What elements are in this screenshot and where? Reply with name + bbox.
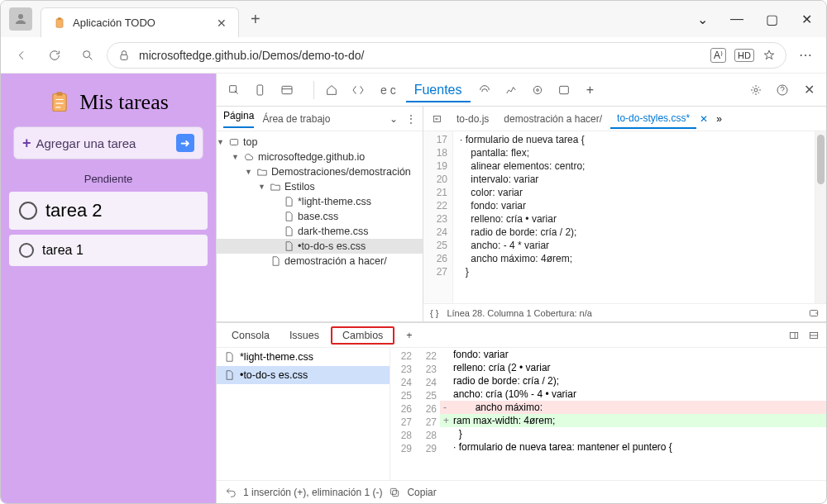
refresh-button[interactable] xyxy=(41,41,69,69)
svg-rect-15 xyxy=(230,140,237,145)
application-icon[interactable] xyxy=(552,78,576,102)
close-window-button[interactable]: ✕ xyxy=(790,7,823,31)
copy-label[interactable]: Copiar xyxy=(407,487,436,498)
task-item[interactable]: tarea 2 xyxy=(9,192,208,230)
editor-status: { } Línea 28. Columna 1 Cobertura: n/a xyxy=(423,303,826,321)
svg-rect-4 xyxy=(121,55,127,59)
tab-issues[interactable]: Issues xyxy=(281,326,327,345)
svg-point-10 xyxy=(533,86,541,93)
changes-file[interactable]: *light-theme.css xyxy=(217,348,390,366)
console-tab-hint[interactable]: e c xyxy=(372,78,404,102)
search-icon[interactable] xyxy=(74,41,102,69)
translate-icon[interactable]: HD xyxy=(734,49,754,62)
task-checkbox[interactable] xyxy=(19,243,34,258)
devtools: e c Fuentes + ✕ Página Área de trabajo ⌄… xyxy=(216,74,826,503)
add-task-placeholder: Agregar una tarea xyxy=(36,136,136,150)
back-button[interactable] xyxy=(7,41,36,69)
tab-console[interactable]: Consola xyxy=(223,326,278,345)
nav-back-icon[interactable] xyxy=(428,107,447,131)
plus-icon: + xyxy=(22,135,31,152)
editor-scrollbar[interactable] xyxy=(815,131,826,303)
tab-changes[interactable]: Cambios xyxy=(331,326,394,345)
performance-icon[interactable] xyxy=(499,78,523,102)
tree-file[interactable]: demostración a hacer/ xyxy=(217,254,423,269)
dock-side-icon[interactable] xyxy=(788,330,800,341)
nav-page-tab[interactable]: Página xyxy=(223,110,254,128)
task-label: tarea 1 xyxy=(42,243,84,258)
changes-file-list: *light-theme.css•to-do-s es.css xyxy=(217,348,390,480)
more-icon[interactable]: ⋮ xyxy=(406,113,416,125)
svg-rect-2 xyxy=(58,17,61,20)
submit-task-button[interactable]: ➜ xyxy=(176,134,194,152)
code-editor[interactable]: · formulario de nueva tarea { pantalla: … xyxy=(453,131,815,303)
svg-point-11 xyxy=(536,88,538,91)
editor-tab[interactable]: demostración a hacer/ xyxy=(497,109,609,129)
nav-workspace-tab[interactable]: Área de trabajo xyxy=(262,113,330,125)
help-icon[interactable] xyxy=(770,78,795,102)
svg-point-0 xyxy=(18,14,23,19)
svg-rect-8 xyxy=(257,85,263,95)
diff-view[interactable]: 2223242526272829 2223242526272829 fondo:… xyxy=(390,348,826,480)
browser-tab[interactable]: Aplicación TODO ✕ xyxy=(41,7,239,37)
profile-avatar[interactable] xyxy=(9,7,32,31)
svg-rect-9 xyxy=(282,86,292,93)
diff-summary: 1 inserción (+), eliminación 1 (-) xyxy=(243,487,382,498)
network-icon[interactable] xyxy=(472,78,497,102)
copy-icon[interactable] xyxy=(389,487,400,498)
caret-down-icon[interactable]: ⌄ xyxy=(686,7,719,31)
tree-host[interactable]: ▼microsoftedge.github.io xyxy=(217,150,423,164)
editor-tab[interactable]: to-do-styles.css* xyxy=(610,109,696,129)
titlebar: Aplicación TODO ✕ + ⌄ — ▢ ✕ xyxy=(1,1,826,37)
read-aloud-icon[interactable]: A⁾ xyxy=(710,48,726,63)
close-devtools-icon[interactable]: ✕ xyxy=(796,78,821,102)
more-tabs-icon[interactable]: » xyxy=(716,113,722,125)
undo-icon[interactable] xyxy=(225,487,237,498)
dock-icon[interactable] xyxy=(275,78,299,102)
svg-rect-6 xyxy=(57,92,63,96)
pending-label: Pendiente xyxy=(84,173,133,185)
devtools-tabs: e c Fuentes + ✕ xyxy=(217,74,826,107)
tree-top[interactable]: ▼top xyxy=(217,135,423,150)
url-text: microsoftedge.github.io/Demos/demo-to-do… xyxy=(139,49,364,62)
changes-file[interactable]: •to-do-s es.css xyxy=(217,366,390,384)
home-icon[interactable] xyxy=(319,78,344,102)
favorite-icon[interactable] xyxy=(762,49,776,62)
menu-button[interactable]: ⋯ xyxy=(791,41,820,69)
chevron-down-icon[interactable]: ⌄ xyxy=(390,113,398,125)
inspect-icon[interactable] xyxy=(222,78,246,102)
tree-file[interactable]: •to-do-s es.css xyxy=(217,239,423,254)
task-list: tarea 2tarea 1 xyxy=(9,192,208,271)
tree-file[interactable]: base.css xyxy=(217,209,423,224)
new-tab-button[interactable]: + xyxy=(247,7,264,32)
svg-point-3 xyxy=(84,50,90,57)
browser-toolbar: microsoftedge.github.io/Demos/demo-to-do… xyxy=(1,37,826,74)
tree-folder[interactable]: ▼Estilos xyxy=(217,179,423,194)
sources-navigator: Página Área de trabajo ⌄ ⋮ ▼top ▼microso… xyxy=(217,107,423,321)
device-icon[interactable] xyxy=(248,78,273,102)
tree-folder[interactable]: ▼Demostraciones/demostración xyxy=(217,164,423,179)
app-title: Mis tareas xyxy=(48,82,169,126)
address-bar[interactable]: microsoftedge.github.io/Demos/demo-to-do… xyxy=(107,42,786,69)
tree-file[interactable]: dark-theme.css xyxy=(217,224,423,239)
clipboard-icon xyxy=(53,17,66,30)
settings-icon[interactable] xyxy=(743,78,768,102)
minimize-button[interactable]: — xyxy=(720,7,753,31)
close-tab-icon[interactable]: ✕ xyxy=(217,17,227,30)
add-task-input[interactable]: + Agregar una tarea ➜ xyxy=(13,126,203,159)
add-panel-icon[interactable]: + xyxy=(578,78,603,102)
close-file-icon[interactable]: ✕ xyxy=(700,113,708,125)
tab-sources[interactable]: Fuentes xyxy=(406,78,471,102)
expand-icon[interactable] xyxy=(808,330,820,341)
coverage-icon[interactable] xyxy=(808,307,820,319)
memory-icon[interactable] xyxy=(525,78,550,102)
elements-icon[interactable] xyxy=(346,78,370,102)
svg-rect-5 xyxy=(53,94,66,112)
maximize-button[interactable]: ▢ xyxy=(755,7,788,31)
task-checkbox[interactable] xyxy=(19,202,37,220)
tree-file[interactable]: *light-theme.css xyxy=(217,194,423,209)
task-item[interactable]: tarea 1 xyxy=(9,235,208,266)
editor-tab[interactable]: to-do.js xyxy=(450,109,495,129)
lock-icon xyxy=(117,49,131,62)
svg-rect-1 xyxy=(56,18,63,27)
add-drawer-tab[interactable]: + xyxy=(398,326,420,345)
